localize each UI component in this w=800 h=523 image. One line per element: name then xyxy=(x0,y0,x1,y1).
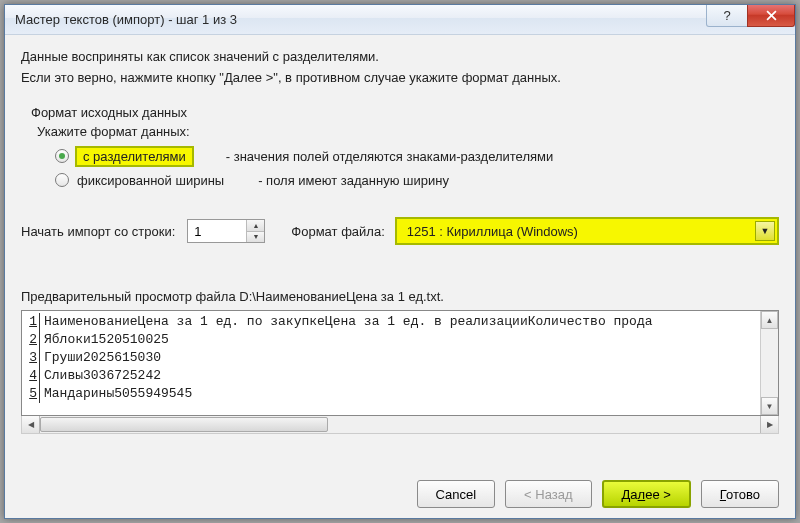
scroll-down-icon[interactable]: ▼ xyxy=(761,397,778,415)
close-button[interactable] xyxy=(747,5,795,27)
preview-label: Предварительный просмотр файла D:\Наимен… xyxy=(21,289,779,304)
radio-fixed-width-label[interactable]: фиксированной ширины xyxy=(75,172,226,189)
preview-line: 2Яблоки1520510025 xyxy=(26,331,774,349)
preview-box: 1НаименованиеЦена за 1 ед. по закупкеЦен… xyxy=(21,310,779,416)
line-text: Груши2025615030 xyxy=(44,349,161,367)
preview-line: 1НаименованиеЦена за 1 ед. по закупкеЦен… xyxy=(26,313,774,331)
spinner-down-icon[interactable]: ▼ xyxy=(247,232,264,243)
source-format-legend: Формат исходных данных xyxy=(31,105,769,120)
spinner-up-icon[interactable]: ▲ xyxy=(247,220,264,232)
radio-delimited-label[interactable]: с разделителями xyxy=(75,146,194,167)
window-title: Мастер текстов (импорт) - шаг 1 из 3 xyxy=(15,12,237,27)
source-format-group: Формат исходных данных Укажите формат да… xyxy=(21,99,779,203)
line-text: НаименованиеЦена за 1 ед. по закупкеЦена… xyxy=(44,313,653,331)
line-text: Яблоки1520510025 xyxy=(44,331,169,349)
line-number: 5 xyxy=(26,385,40,403)
vertical-scrollbar[interactable]: ▲ ▼ xyxy=(760,311,778,415)
line-text: Сливы3036725242 xyxy=(44,367,161,385)
start-row-input[interactable] xyxy=(188,220,246,242)
preview-line: 4Сливы3036725242 xyxy=(26,367,774,385)
line-number: 3 xyxy=(26,349,40,367)
encoding-value: 1251 : Кириллица (Windows) xyxy=(407,224,578,239)
intro-text-1: Данные восприняты как список значений с … xyxy=(21,49,779,64)
preview-content: 1НаименованиеЦена за 1 ед. по закупкеЦен… xyxy=(22,311,778,405)
scroll-track[interactable] xyxy=(761,329,778,397)
line-number: 4 xyxy=(26,367,40,385)
line-number: 2 xyxy=(26,331,40,349)
titlebar: Мастер текстов (импорт) - шаг 1 из 3 ? xyxy=(5,5,795,35)
next-button[interactable]: Далее > xyxy=(602,480,691,508)
start-row-spinner[interactable]: ▲ ▼ xyxy=(187,219,265,243)
scroll-left-icon[interactable]: ◀ xyxy=(22,416,40,433)
scroll-right-icon[interactable]: ▶ xyxy=(760,416,778,433)
source-format-sublegend: Укажите формат данных: xyxy=(37,124,769,139)
intro-text-2: Если это верно, нажмите кнопку "Далее >"… xyxy=(21,70,779,85)
radio-delimited[interactable] xyxy=(55,149,69,163)
encoding-dropdown[interactable]: 1251 : Кириллица (Windows) ▼ xyxy=(395,217,779,245)
wizard-window: Мастер текстов (импорт) - шаг 1 из 3 ? Д… xyxy=(4,4,796,519)
back-button: < Назад xyxy=(505,480,591,508)
line-number: 1 xyxy=(26,313,40,331)
close-icon xyxy=(766,10,777,21)
file-format-label: Формат файла: xyxy=(291,224,384,239)
line-text: Мандарины5055949545 xyxy=(44,385,192,403)
radio-fixed-width-desc: - поля имеют заданную ширину xyxy=(258,173,449,188)
wizard-footer: Cancel < Назад Далее > Готово xyxy=(21,466,779,508)
radio-delimited-desc: - значения полей отделяются знаками-разд… xyxy=(226,149,553,164)
preview-line: 3Груши2025615030 xyxy=(26,349,774,367)
scroll-thumb[interactable] xyxy=(40,417,328,432)
radio-fixed-width[interactable] xyxy=(55,173,69,187)
start-row-label: Начать импорт со строки: xyxy=(21,224,175,239)
chevron-down-icon[interactable]: ▼ xyxy=(755,221,775,241)
cancel-button[interactable]: Cancel xyxy=(417,480,495,508)
preview-line: 5Мандарины5055949545 xyxy=(26,385,774,403)
finish-button[interactable]: Готово xyxy=(701,480,779,508)
horizontal-scrollbar[interactable]: ◀ ▶ xyxy=(21,416,779,434)
help-button[interactable]: ? xyxy=(706,5,748,27)
scroll-up-icon[interactable]: ▲ xyxy=(761,311,778,329)
